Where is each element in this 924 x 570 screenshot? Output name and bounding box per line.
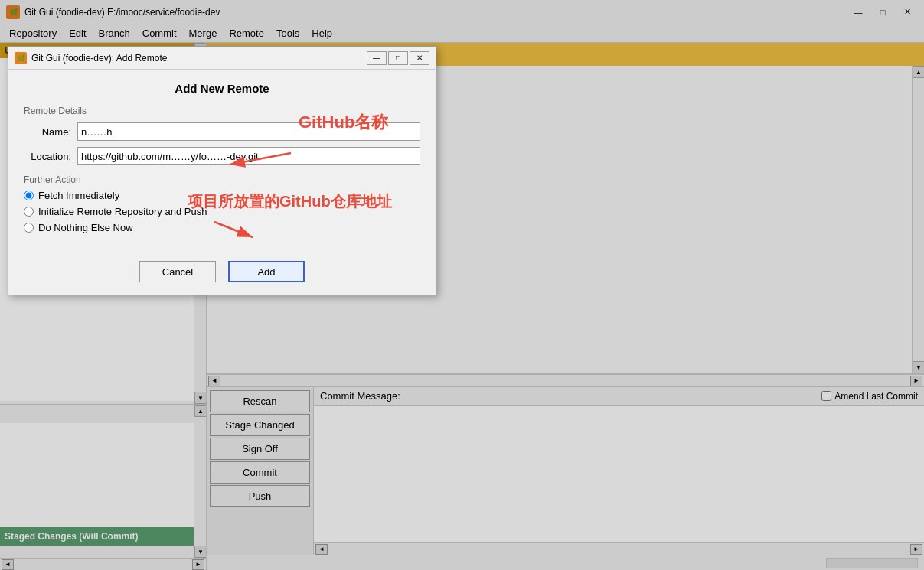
dialog-icon: 🌿 [15, 52, 27, 64]
remote-details-label: Remote Details [24, 106, 420, 116]
radio-fetch-input[interactable] [24, 191, 34, 200]
cancel-button[interactable]: Cancel [139, 261, 216, 282]
radio-fetch: Fetch Immediately [24, 190, 420, 201]
location-input[interactable] [77, 147, 420, 165]
dialog-title-bar: 🌿 Git Gui (foodie-dev): Add Remote ― □ ✕ [8, 47, 436, 70]
name-label: Name: [24, 126, 77, 138]
radio-nothing-label: Do Nothing Else Now [38, 222, 133, 233]
radio-init-label: Initialize Remote Repository and Push [38, 206, 207, 217]
radio-fetch-label: Fetch Immediately [38, 190, 119, 201]
radio-nothing-input[interactable] [24, 223, 34, 233]
radio-init: Initialize Remote Repository and Push [24, 206, 420, 217]
name-input[interactable] [77, 122, 420, 141]
add-remote-dialog: 🌿 Git Gui (foodie-dev): Add Remote ― □ ✕… [8, 46, 436, 295]
further-action-label: Further Action [24, 174, 420, 185]
further-action-section: Further Action Fetch Immediately Initial… [24, 174, 420, 233]
modal-overlay: 🌿 Git Gui (foodie-dev): Add Remote ― □ ✕… [0, 0, 924, 570]
name-row: Name: [24, 122, 420, 141]
dialog-title-text: Git Gui (foodie-dev): Add Remote [31, 53, 367, 64]
dialog-title-controls: ― □ ✕ [367, 51, 429, 65]
radio-nothing: Do Nothing Else Now [24, 222, 420, 233]
dialog-footer: Cancel Add [8, 255, 436, 295]
dialog-body: Add New Remote Remote Details Name: Loca… [8, 70, 436, 255]
dialog-minimize-button[interactable]: ― [367, 51, 387, 65]
dialog-restore-button[interactable]: □ [388, 51, 408, 65]
radio-init-input[interactable] [24, 207, 34, 217]
location-label: Location: [24, 151, 77, 162]
dialog-close-button[interactable]: ✕ [410, 51, 429, 65]
location-row: Location: [24, 147, 420, 165]
add-button[interactable]: Add [228, 261, 305, 282]
dialog-heading: Add New Remote [24, 82, 420, 95]
